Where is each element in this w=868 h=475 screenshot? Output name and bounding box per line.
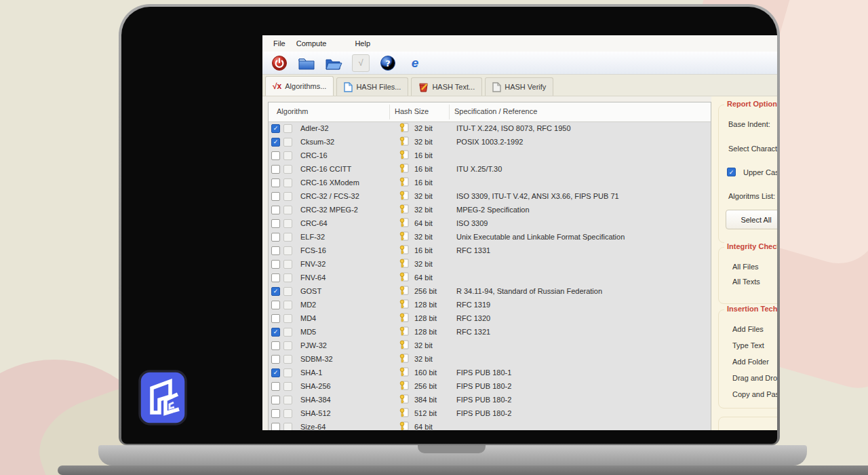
col-hash-size[interactable]: Hash Size bbox=[395, 107, 429, 115]
row-checkbox[interactable]: ✓ bbox=[271, 124, 280, 133]
table-row[interactable]: ELF-3232 bitUnix Executable and Linkable… bbox=[269, 230, 711, 244]
row-checkbox[interactable] bbox=[271, 233, 280, 242]
row-checkbox[interactable] bbox=[271, 219, 280, 228]
row-secondary-box[interactable] bbox=[283, 328, 292, 337]
insertion-type-text[interactable]: Type Text bbox=[732, 341, 764, 349]
insertion-add-folder[interactable]: Add Folder bbox=[732, 358, 769, 366]
table-row[interactable]: Size-6464 bit bbox=[269, 420, 711, 430]
help-button[interactable]: ? bbox=[379, 54, 397, 72]
tab-hash-verify[interactable]: HASH Verify bbox=[485, 77, 553, 96]
row-secondary-box[interactable] bbox=[283, 233, 292, 242]
row-checkbox[interactable] bbox=[271, 409, 280, 418]
open-file-button[interactable] bbox=[298, 54, 315, 72]
row-checkbox[interactable] bbox=[271, 341, 280, 350]
row-secondary-box[interactable] bbox=[283, 178, 292, 187]
key-icon bbox=[399, 394, 409, 405]
open-folder-button[interactable] bbox=[325, 54, 342, 72]
column-divider bbox=[449, 104, 450, 119]
row-secondary-box[interactable] bbox=[283, 124, 292, 133]
row-secondary-box[interactable] bbox=[283, 368, 292, 377]
table-row[interactable]: CRC-1616 bit bbox=[269, 149, 711, 162]
website-button[interactable]: e bbox=[406, 54, 424, 72]
exit-button[interactable] bbox=[271, 54, 288, 72]
row-checkbox[interactable] bbox=[271, 273, 280, 282]
key-icon bbox=[399, 313, 409, 324]
table-row[interactable]: FCS-1616 bitRFC 1331 bbox=[269, 244, 711, 257]
table-row[interactable]: ✓SHA-1160 bitFIPS PUB 180-1 bbox=[269, 366, 711, 379]
table-row[interactable]: CRC-32 / FCS-3232 bitISO 3309, ITU-T V.4… bbox=[269, 189, 711, 203]
row-checkbox[interactable] bbox=[271, 423, 280, 431]
row-checkbox[interactable] bbox=[271, 165, 280, 174]
insertion-copy-paste[interactable]: Copy and Paste bbox=[732, 390, 777, 398]
table-row[interactable]: SHA-256256 bitFIPS PUB 180-2 bbox=[269, 379, 711, 393]
row-checkbox[interactable] bbox=[271, 382, 280, 391]
row-checkbox[interactable]: ✓ bbox=[271, 138, 280, 147]
table-row[interactable]: ✓GOST256 bitR 34.11-94, Standard of Russ… bbox=[269, 284, 711, 298]
row-secondary-box[interactable] bbox=[283, 409, 292, 418]
row-secondary-box[interactable] bbox=[283, 301, 292, 309]
table-row[interactable]: SDBM-3232 bit bbox=[269, 352, 711, 366]
tab-algorithms[interactable]: √x Algorithms... bbox=[265, 76, 334, 96]
col-specification[interactable]: Specification / Reference bbox=[454, 107, 537, 115]
row-secondary-box[interactable] bbox=[283, 423, 292, 431]
row-secondary-box[interactable] bbox=[283, 355, 292, 364]
insertion-add-files[interactable]: Add Files bbox=[732, 325, 764, 333]
row-checkbox[interactable] bbox=[271, 192, 280, 201]
row-checkbox[interactable] bbox=[271, 178, 280, 187]
row-checkbox[interactable] bbox=[271, 314, 280, 323]
row-checkbox[interactable]: ✓ bbox=[271, 287, 280, 296]
row-secondary-box[interactable] bbox=[283, 273, 292, 282]
row-secondary-box[interactable] bbox=[283, 287, 292, 296]
tab-hash-files[interactable]: HASH Files... bbox=[336, 77, 408, 96]
row-checkbox[interactable]: ✓ bbox=[271, 368, 280, 377]
row-checkbox[interactable] bbox=[271, 301, 280, 309]
hash-size: 16 bit bbox=[414, 151, 456, 159]
row-secondary-box[interactable] bbox=[283, 138, 292, 147]
hash-size: 32 bit bbox=[414, 206, 456, 214]
integrity-all-texts[interactable]: All Texts bbox=[732, 278, 760, 286]
menu-help[interactable]: Help bbox=[349, 37, 376, 50]
row-secondary-box[interactable] bbox=[283, 341, 292, 350]
row-checkbox[interactable] bbox=[271, 246, 280, 255]
table-row[interactable]: CRC-16 CCITT16 bitITU X.25/T.30 bbox=[269, 162, 711, 176]
row-secondary-box[interactable] bbox=[283, 192, 292, 201]
table-row[interactable]: CRC-32 MPEG-232 bitMPEG-2 Specification bbox=[269, 203, 711, 216]
row-secondary-box[interactable] bbox=[283, 206, 292, 214]
table-row[interactable]: SHA-384384 bitFIPS PUB 180-2 bbox=[269, 393, 711, 406]
row-secondary-box[interactable] bbox=[283, 382, 292, 391]
insertion-drag-drop[interactable]: Drag and Drop bbox=[732, 374, 777, 382]
uppercase-checkbox[interactable]: ✓ bbox=[727, 168, 736, 176]
table-row[interactable]: CRC-6464 bitISO 3309 bbox=[269, 216, 711, 230]
integrity-all-files[interactable]: All Files bbox=[732, 263, 759, 271]
table-row[interactable]: SHA-512512 bitFIPS PUB 180-2 bbox=[269, 406, 711, 420]
row-checkbox[interactable] bbox=[271, 151, 280, 160]
row-secondary-box[interactable] bbox=[283, 314, 292, 323]
row-secondary-box[interactable] bbox=[283, 219, 292, 228]
row-checkbox[interactable] bbox=[271, 260, 280, 269]
table-row[interactable]: MD4128 bitRFC 1320 bbox=[269, 311, 711, 325]
table-row[interactable]: ✓Cksum-3232 bitPOSIX 1003.2-1992 bbox=[269, 135, 711, 149]
table-row[interactable]: ✓MD5128 bitRFC 1321 bbox=[269, 325, 711, 339]
table-row[interactable]: CRC-16 XModem16 bit bbox=[269, 176, 711, 189]
col-algorithm[interactable]: Algorithm bbox=[277, 107, 308, 115]
row-secondary-box[interactable] bbox=[283, 396, 292, 404]
table-row[interactable]: ✓Adler-3232 bitITU-T X.224, ISO 8073, RF… bbox=[269, 121, 711, 135]
row-checkbox[interactable] bbox=[271, 396, 280, 404]
table-row[interactable]: PJW-3232 bit bbox=[269, 339, 711, 352]
tab-hash-text[interactable]: HASH Text... bbox=[411, 77, 482, 96]
row-secondary-box[interactable] bbox=[283, 151, 292, 160]
table-row[interactable]: FNV-3232 bit bbox=[269, 257, 711, 271]
row-checkbox[interactable] bbox=[271, 355, 280, 364]
uppercase-checkbox-row[interactable]: ✓ Upper Case Hex Characters bbox=[727, 168, 777, 176]
row-checkbox[interactable] bbox=[271, 206, 280, 214]
row-secondary-box[interactable] bbox=[283, 260, 292, 269]
table-row[interactable]: MD2128 bitRFC 1319 bbox=[269, 298, 711, 311]
row-secondary-box[interactable] bbox=[283, 165, 292, 174]
table-row[interactable]: FNV-6464 bit bbox=[269, 271, 711, 284]
select-all-button[interactable]: Select All bbox=[726, 210, 777, 229]
row-secondary-box[interactable] bbox=[283, 246, 292, 255]
menu-file[interactable]: File bbox=[268, 37, 291, 50]
menu-compute[interactable]: Compute bbox=[291, 37, 332, 50]
algorithm-name: Size-64 bbox=[300, 423, 399, 430]
row-checkbox[interactable]: ✓ bbox=[271, 328, 280, 337]
